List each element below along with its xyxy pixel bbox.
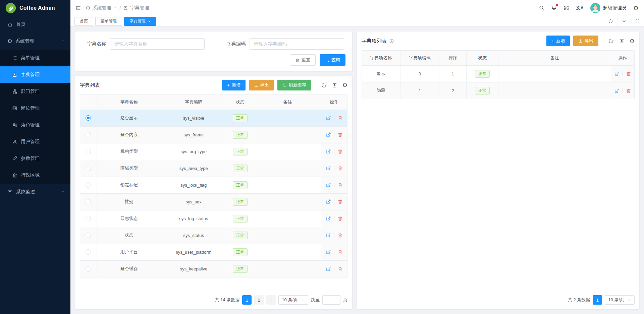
sidebar-item-param-mgmt[interactable]: 参数管理 — [0, 150, 70, 167]
table-row[interactable]: 区域类型 sys_area_type 正常 — [80, 160, 347, 177]
app-logo[interactable]: Coffee Admin — [0, 0, 70, 16]
settings-gear-icon[interactable]: ⚙ — [633, 5, 639, 11]
add-dict-button[interactable]: + 新增 — [222, 80, 246, 90]
row-radio[interactable] — [86, 266, 91, 272]
row-radio[interactable] — [86, 149, 91, 154]
table-refresh-icon[interactable] — [608, 38, 614, 44]
delete-icon[interactable] — [337, 132, 343, 137]
row-radio[interactable] — [86, 199, 91, 204]
table-row[interactable]: 是否缓存 sys_keepalive 正常 — [80, 260, 347, 277]
column-header: 字典名称 — [97, 95, 161, 110]
delete-icon[interactable] — [337, 115, 343, 121]
table-row[interactable]: 性别 sys_sex 正常 — [80, 193, 347, 210]
user-menu[interactable]: 超级管理员 — [590, 3, 627, 13]
edit-icon[interactable] — [326, 182, 331, 188]
row-radio[interactable] — [86, 182, 91, 188]
export-dict-item-button[interactable]: 导出 — [573, 36, 598, 46]
next-page-button[interactable] — [266, 295, 276, 305]
tab-options-chevron-icon[interactable] — [617, 16, 631, 26]
edit-icon[interactable] — [326, 149, 331, 154]
sidebar-item-user-mgmt[interactable]: 用户管理 — [0, 133, 70, 150]
table-row[interactable]: 是否显示 sys_visible 正常 — [80, 110, 347, 126]
remark-cell — [254, 177, 321, 193]
fullscreen-icon[interactable] — [564, 5, 569, 11]
edit-icon[interactable] — [326, 166, 331, 171]
edit-icon[interactable] — [326, 132, 331, 137]
edit-icon[interactable] — [326, 216, 331, 221]
sidebar-item-dict-mgmt[interactable]: 字典管理 — [0, 66, 70, 83]
tab-menu-mgmt[interactable]: 菜单管理 — [95, 17, 122, 26]
delete-icon[interactable] — [337, 199, 343, 204]
row-radio[interactable] — [86, 216, 91, 221]
sidebar-collapse-icon[interactable] — [75, 5, 81, 11]
dict-name-input[interactable] — [110, 38, 205, 50]
delete-icon[interactable] — [337, 149, 343, 154]
sidebar-item-admin-region[interactable]: 行政区域 — [0, 167, 70, 184]
table-row[interactable]: 日志状态 sys_log_status 正常 — [80, 210, 347, 227]
content-maximize-icon[interactable] — [631, 16, 644, 26]
table-row[interactable]: 状态 sys_status 正常 — [80, 227, 347, 244]
reset-button[interactable]: 重置 — [290, 54, 316, 66]
notification-bell-icon[interactable] — [551, 5, 557, 11]
per-page-select[interactable]: 10 条/页 — [605, 295, 635, 305]
dict-code-input[interactable] — [250, 38, 344, 50]
page-button-1[interactable]: 1 — [593, 295, 602, 305]
search-icon[interactable] — [539, 5, 544, 11]
sidebar-group-monitor[interactable]: 系统监控 — [0, 184, 70, 200]
table-row[interactable]: 显示 0 1 正常 — [362, 65, 634, 82]
delete-icon[interactable] — [337, 182, 343, 188]
edit-icon[interactable] — [326, 115, 331, 121]
table-refresh-icon[interactable] — [321, 82, 327, 88]
delete-icon[interactable] — [337, 216, 343, 221]
tab-home[interactable]: 首页 — [74, 17, 93, 26]
sidebar-item-menu-mgmt[interactable]: 菜单管理 — [0, 50, 70, 66]
row-radio[interactable] — [86, 132, 91, 137]
column-settings-gear-icon[interactable]: ⚙ — [630, 38, 635, 44]
per-page-select[interactable]: 10 条/页 — [278, 295, 308, 305]
edit-icon[interactable] — [326, 266, 331, 272]
status-badge: 正常 — [233, 232, 248, 239]
row-height-icon[interactable] — [619, 38, 625, 44]
table-row[interactable]: 锁定标记 sys_lock_flag 正常 — [80, 177, 347, 193]
row-radio[interactable] — [86, 249, 91, 255]
edit-icon[interactable] — [614, 88, 620, 93]
translate-icon[interactable]: 文A — [576, 5, 583, 11]
delete-icon[interactable] — [337, 266, 343, 272]
sidebar-item-dept-mgmt[interactable]: 部门管理 — [0, 83, 70, 100]
column-settings-gear-icon[interactable]: ⚙ — [342, 82, 347, 88]
remark-cell — [254, 260, 321, 277]
edit-icon[interactable] — [326, 233, 331, 238]
delete-icon[interactable] — [337, 166, 343, 171]
add-dict-item-button[interactable]: + 新增 — [546, 36, 570, 46]
table-row[interactable]: 是否内嵌 sys_frame 正常 — [80, 126, 347, 143]
sidebar-item-post-mgmt[interactable]: 岗位管理 — [0, 100, 70, 117]
edit-icon[interactable] — [614, 71, 620, 76]
export-dict-button[interactable]: 导出 — [249, 80, 274, 90]
close-icon[interactable]: × — [148, 19, 151, 24]
table-row[interactable]: 机构类型 sys_org_type 正常 — [80, 143, 347, 160]
page-button-1[interactable]: 1 — [242, 295, 252, 305]
tab-dict-mgmt[interactable]: 字典管理 × — [124, 17, 156, 26]
page-button-2[interactable]: 2 — [254, 295, 264, 305]
sidebar-group-system[interactable]: ⚙ 系统管理 — [0, 33, 70, 50]
delete-icon[interactable] — [626, 88, 631, 93]
edit-icon[interactable] — [326, 199, 331, 204]
edit-icon[interactable] — [326, 249, 331, 255]
row-height-icon[interactable] — [332, 82, 337, 88]
sidebar-item-role-mgmt[interactable]: 角色管理 — [0, 117, 70, 133]
table-row[interactable]: 隐藏 1 2 正常 — [362, 82, 634, 99]
delete-icon[interactable] — [337, 233, 343, 238]
delete-icon[interactable] — [626, 71, 631, 76]
refresh-cache-button[interactable]: 刷新缓存 — [277, 80, 311, 90]
table-row[interactable]: 用户平台 sys_user_platform 正常 — [80, 244, 347, 260]
row-radio[interactable] — [86, 115, 91, 121]
sidebar-item-home[interactable]: 首页 — [0, 16, 70, 33]
row-radio[interactable] — [86, 166, 91, 171]
query-button[interactable]: 查询 — [320, 54, 345, 66]
breadcrumb-parent[interactable]: ⚙ 系统管理 — [86, 5, 117, 11]
breadcrumb-current[interactable]: 字典管理 — [123, 5, 149, 11]
refresh-page-icon[interactable] — [604, 16, 617, 26]
delete-icon[interactable] — [337, 249, 343, 255]
jump-page-input[interactable] — [322, 295, 340, 305]
row-radio[interactable] — [86, 233, 91, 238]
